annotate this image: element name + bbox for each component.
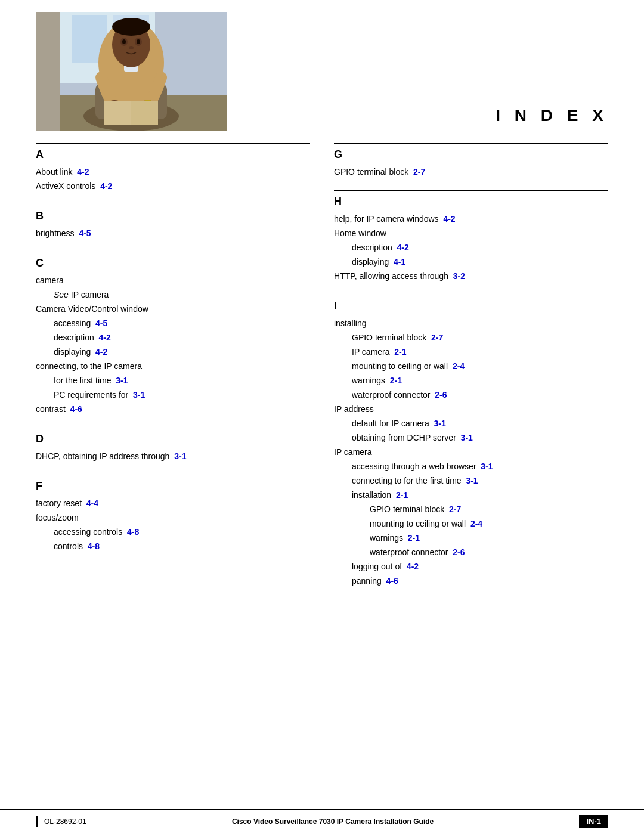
entry-camera-displaying: displaying 4-2 bbox=[36, 346, 310, 358]
ref-home-description: 4-2 bbox=[397, 243, 408, 252]
svg-point-16 bbox=[129, 46, 134, 49]
entry-http: HTTP, allowing access through 3-2 bbox=[334, 270, 608, 283]
section-d: D DHCP, obtaining IP address through 3-1 bbox=[36, 428, 310, 463]
ref-camera-accessing: 4-5 bbox=[95, 318, 107, 328]
ref-installing-mounting: 2-4 bbox=[453, 361, 465, 371]
entry-connecting: connecting, to the IP camera bbox=[36, 360, 310, 373]
footer-left: OL-28692-01 bbox=[36, 816, 86, 827]
section-c: C camera See IP camera Camera Video/Cont… bbox=[36, 252, 310, 416]
entry-camera: camera bbox=[36, 274, 310, 287]
entry-ip-address: IP address bbox=[334, 403, 608, 416]
ref-factory-reset: 4-4 bbox=[86, 498, 98, 508]
page-footer: OL-28692-01 Cisco Video Surveillance 703… bbox=[0, 809, 644, 833]
section-g: G GPIO terminal block 2-7 bbox=[334, 143, 608, 178]
divider-d bbox=[36, 428, 310, 428]
entry-pc-requirements: PC requirements for 3-1 bbox=[36, 389, 310, 401]
entry-installing-waterproof: waterproof connector 2-6 bbox=[334, 389, 608, 401]
entry-ip-camera-installation: installation 2-1 bbox=[334, 489, 608, 501]
entry-see-ip-camera: See IP camera bbox=[36, 289, 310, 301]
ref-brightness: 4-5 bbox=[79, 228, 91, 238]
ref-installing-gpio: 2-7 bbox=[431, 333, 443, 342]
divider-f bbox=[36, 475, 310, 475]
ref-about-link: 4-2 bbox=[77, 167, 89, 176]
content-area: A About link 4-2 ActiveX controls 4-2 B … bbox=[0, 137, 644, 635]
svg-point-15 bbox=[137, 39, 140, 44]
entry-ip-address-dhcp: obtaining from DCHP server 3-1 bbox=[334, 432, 608, 444]
entry-factory-reset: factory reset 4-4 bbox=[36, 497, 310, 510]
right-column: G GPIO terminal block 2-7 H help, for IP… bbox=[334, 143, 608, 599]
section-letter-i: I bbox=[334, 300, 608, 312]
left-column: A About link 4-2 ActiveX controls 4-2 B … bbox=[36, 143, 310, 599]
divider-c bbox=[36, 252, 310, 252]
entry-help: help, for IP camera windows 4-2 bbox=[334, 213, 608, 225]
ref-ip-camera-logging: 4-2 bbox=[407, 562, 419, 571]
entry-installing: installing bbox=[334, 317, 608, 330]
ref-installing-ip-camera: 2-1 bbox=[394, 347, 406, 357]
svg-point-11 bbox=[112, 18, 150, 36]
entry-camera-description: description 4-2 bbox=[36, 332, 310, 344]
divider-g bbox=[334, 143, 608, 144]
entry-contrast: contrast 4-6 bbox=[36, 403, 310, 416]
section-letter-f: F bbox=[36, 480, 310, 493]
ref-installing-warnings: 2-1 bbox=[390, 376, 402, 385]
entry-ip-camera-web: accessing through a web browser 3-1 bbox=[334, 460, 608, 473]
entry-ip-address-default: default for IP camera 3-1 bbox=[334, 417, 608, 430]
ref-camera-description: 4-2 bbox=[98, 333, 110, 342]
entry-focus-zoom: focus/zoom bbox=[36, 512, 310, 524]
ref-ip-camera-panning: 4-6 bbox=[386, 576, 398, 586]
svg-rect-20 bbox=[104, 101, 134, 125]
section-f: F factory reset 4-4 focus/zoom accessing… bbox=[36, 475, 310, 553]
two-columns: A About link 4-2 ActiveX controls 4-2 B … bbox=[36, 143, 608, 599]
entry-first-time: for the first time 3-1 bbox=[36, 374, 310, 387]
divider-a bbox=[36, 143, 310, 144]
ref-ip-camera-warnings: 2-1 bbox=[408, 533, 420, 543]
entry-ip-camera-first-time: connecting to for the first time 3-1 bbox=[334, 475, 608, 487]
entry-dhcp: DHCP, obtaining IP address through 3-1 bbox=[36, 450, 310, 463]
section-letter-d: D bbox=[36, 433, 310, 445]
divider-b bbox=[36, 205, 310, 205]
entry-ip-camera: IP camera bbox=[334, 446, 608, 459]
svg-rect-5 bbox=[36, 12, 60, 131]
entry-focus-controls: controls 4-8 bbox=[36, 540, 310, 553]
ref-ip-camera-web: 3-1 bbox=[481, 462, 493, 471]
svg-point-14 bbox=[122, 39, 126, 44]
ref-camera-displaying: 4-2 bbox=[95, 347, 107, 357]
ref-http: 3-2 bbox=[453, 271, 465, 281]
entry-camera-video-window: Camera Video/Control window bbox=[36, 303, 310, 315]
section-letter-g: G bbox=[334, 148, 608, 161]
entry-about-link: About link 4-2 bbox=[36, 166, 310, 178]
entry-installing-ip-camera: IP camera 2-1 bbox=[334, 346, 608, 358]
svg-rect-21 bbox=[131, 101, 158, 125]
entry-home-window: Home window bbox=[334, 227, 608, 240]
section-h: H help, for IP camera windows 4-2 Home w… bbox=[334, 190, 608, 283]
header-photo bbox=[36, 12, 227, 131]
section-b: B brightness 4-5 bbox=[36, 205, 310, 240]
entry-focus-accessing: accessing controls 4-8 bbox=[36, 526, 310, 538]
page-container: I N D E X A About link 4-2 ActiveX contr… bbox=[0, 0, 644, 833]
footer-page-number: IN-1 bbox=[579, 815, 608, 828]
entry-installing-gpio: GPIO terminal block 2-7 bbox=[334, 332, 608, 344]
entry-ip-camera-panning: panning 4-6 bbox=[334, 575, 608, 587]
ref-ip-address-dhcp: 3-1 bbox=[461, 433, 473, 442]
entry-ip-camera-waterproof: waterproof connector 2-6 bbox=[334, 546, 608, 559]
divider-i bbox=[334, 295, 608, 295]
index-title: I N D E X bbox=[496, 106, 608, 131]
ref-first-time: 3-1 bbox=[116, 376, 128, 385]
entry-ip-camera-gpio: GPIO terminal block 2-7 bbox=[334, 503, 608, 516]
footer-doc-number: OL-28692-01 bbox=[44, 817, 86, 826]
ref-focus-controls: 4-8 bbox=[88, 541, 100, 551]
ref-ip-address-default: 3-1 bbox=[434, 419, 445, 428]
entry-installing-warnings: warnings 2-1 bbox=[334, 374, 608, 387]
divider-h bbox=[334, 190, 608, 191]
ref-dhcp: 3-1 bbox=[174, 451, 186, 461]
ref-activex: 4-2 bbox=[100, 181, 112, 191]
ref-ip-camera-gpio: 2-7 bbox=[449, 504, 461, 514]
ref-home-displaying: 4-1 bbox=[394, 257, 405, 267]
ref-contrast: 4-6 bbox=[70, 404, 82, 414]
header-image bbox=[36, 12, 227, 131]
entry-ip-camera-warnings: warnings 2-1 bbox=[334, 532, 608, 544]
section-letter-a: A bbox=[36, 148, 310, 161]
section-i: I installing GPIO terminal block 2-7 IP … bbox=[334, 295, 608, 587]
section-letter-c: C bbox=[36, 257, 310, 270]
entry-gpio: GPIO terminal block 2-7 bbox=[334, 166, 608, 178]
